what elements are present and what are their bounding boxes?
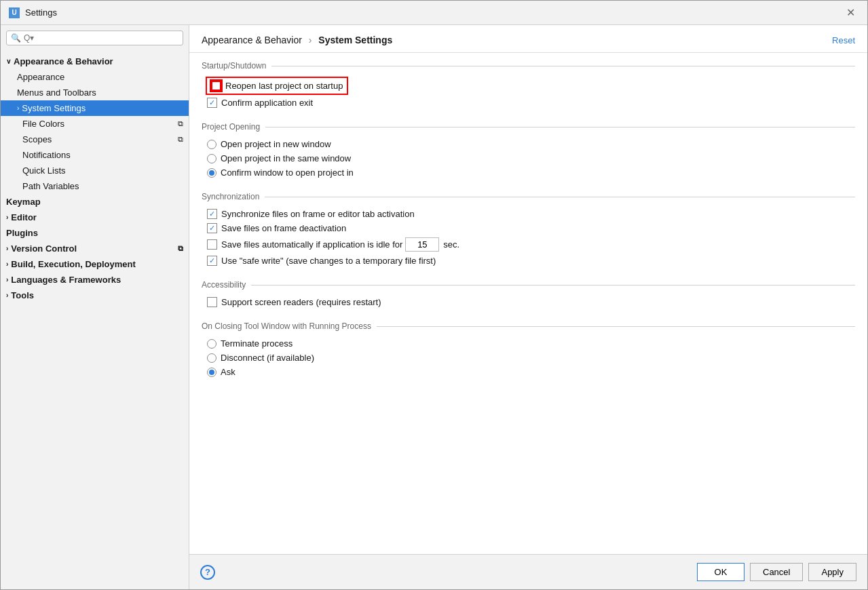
sidebar-item-path-variables[interactable]: Path Variables: [1, 178, 189, 194]
accessibility-section: Accessibility Support screen readers (re…: [202, 280, 855, 309]
option-open-same-window: Open project in the same window: [202, 151, 855, 165]
option-disconnect: Disconnect (if available): [202, 351, 855, 365]
titlebar: U Settings ✕: [1, 1, 867, 25]
startup-shutdown-section: Startup/Shutdown Reopen last project on …: [202, 61, 855, 110]
on-closing-section: On Closing Tool Window with Running Proc…: [202, 321, 855, 379]
sidebar-item-menus-toolbars[interactable]: Menus and Toolbars: [1, 85, 189, 100]
screen-readers-label[interactable]: Support screen readers (requires restart…: [207, 297, 381, 307]
option-sync-files-frame: Synchronize files on frame or editor tab…: [202, 207, 855, 221]
ask-label[interactable]: Ask: [207, 367, 235, 377]
idle-seconds-input[interactable]: [405, 237, 439, 252]
open-new-window-radio[interactable]: [207, 140, 216, 149]
option-open-new-window: Open project in new window: [202, 137, 855, 151]
accessibility-title: Accessibility: [202, 280, 855, 290]
vc-badge: ⧉: [178, 244, 183, 253]
save-files-deactivation-checkbox[interactable]: [207, 223, 217, 233]
chevron-right-icon: ›: [17, 104, 19, 112]
option-safe-write: Use "safe write" (save changes to a temp…: [202, 254, 855, 268]
option-screen-readers: Support screen readers (requires restart…: [202, 295, 855, 309]
sidebar-item-tools[interactable]: › Tools: [1, 288, 189, 303]
sidebar-item-notifications[interactable]: Notifications: [1, 147, 189, 163]
save-files-deactivation-label[interactable]: Save files on frame deactivation: [207, 223, 346, 233]
option-ask: Ask: [202, 365, 855, 379]
project-opening-title: Project Opening: [202, 122, 855, 132]
project-opening-section: Project Opening Open project in new wind…: [202, 122, 855, 180]
window-title: Settings: [25, 7, 842, 18]
sidebar-item-version-control[interactable]: › Version Control ⧉: [1, 241, 189, 256]
sync-files-label[interactable]: Synchronize files on frame or editor tab…: [207, 209, 415, 219]
nav-tree: ∨ Appearance & Behavior Appearance Menus…: [1, 51, 189, 306]
chevron-down-icon: ∨: [6, 58, 11, 65]
screen-readers-checkbox[interactable]: [207, 297, 217, 307]
sidebar-item-editor[interactable]: › Editor: [1, 210, 189, 225]
file-colors-badge: ⧉: [178, 119, 183, 128]
breadcrumb-parent: Appearance & Behavior: [202, 35, 302, 45]
reset-link[interactable]: Reset: [832, 35, 855, 45]
confirm-exit-label[interactable]: Confirm application exit: [207, 98, 313, 108]
chevron-right-icon-build: ›: [6, 260, 8, 268]
sidebar-item-languages[interactable]: › Languages & Frameworks: [1, 272, 189, 288]
apply-button[interactable]: Apply: [808, 563, 856, 581]
reopen-label[interactable]: Reopen last project on startup: [207, 78, 347, 94]
main-header: Appearance & Behavior › System Settings …: [189, 25, 867, 53]
breadcrumb-current: System Settings: [318, 35, 392, 45]
search-icon: 🔍: [11, 33, 21, 43]
open-new-window-label[interactable]: Open project in new window: [207, 139, 331, 149]
sidebar-item-appearance[interactable]: Appearance: [1, 69, 189, 85]
synchronization-title: Synchronization: [202, 192, 855, 201]
confirm-window-label[interactable]: Confirm window to open project in: [207, 168, 354, 178]
option-terminate-process: Terminate process: [202, 336, 855, 351]
sidebar-item-system-settings[interactable]: › System Settings: [1, 100, 189, 116]
breadcrumb: Appearance & Behavior › System Settings: [202, 35, 392, 45]
ok-button[interactable]: OK: [697, 563, 744, 581]
option-confirm-exit: Confirm application exit: [202, 96, 855, 110]
terminate-label[interactable]: Terminate process: [207, 338, 293, 349]
open-same-window-label[interactable]: Open project in the same window: [207, 153, 351, 163]
startup-shutdown-title: Startup/Shutdown: [202, 61, 855, 71]
sidebar-item-quick-lists[interactable]: Quick Lists: [1, 163, 189, 178]
bottom-bar: ? OK Cancel Apply: [189, 554, 867, 589]
save-files-idle-checkbox[interactable]: [207, 239, 217, 250]
disconnect-radio[interactable]: [207, 353, 216, 363]
chevron-right-icon-lang: ›: [6, 276, 8, 283]
sec-label: sec.: [443, 239, 459, 250]
safe-write-label[interactable]: Use "safe write" (save changes to a temp…: [207, 256, 436, 266]
main-content: Appearance & Behavior › System Settings …: [189, 25, 867, 589]
scopes-badge: ⧉: [178, 135, 183, 144]
reopen-checkbox[interactable]: [211, 81, 221, 91]
body: 🔍 ∨ Appearance & Behavior Appearance Men…: [1, 25, 867, 589]
search-box[interactable]: 🔍: [6, 31, 183, 45]
on-closing-title: On Closing Tool Window with Running Proc…: [202, 321, 855, 331]
sidebar-item-file-colors[interactable]: File Colors ⧉: [1, 116, 189, 132]
sidebar-item-scopes[interactable]: Scopes ⧉: [1, 132, 189, 147]
option-reopen-last-project: Reopen last project on startup: [202, 76, 855, 96]
chevron-right-icon-tools: ›: [6, 292, 8, 299]
save-files-idle-label[interactable]: Save files automatically if application …: [207, 239, 402, 250]
open-same-window-radio[interactable]: [207, 154, 216, 163]
disconnect-label[interactable]: Disconnect (if available): [207, 353, 314, 363]
sidebar: 🔍 ∨ Appearance & Behavior Appearance Men…: [1, 25, 189, 589]
option-confirm-window: Confirm window to open project in: [202, 165, 855, 180]
synchronization-section: Synchronization Synchronize files on fra…: [202, 192, 855, 268]
chevron-right-icon-vc: ›: [6, 245, 8, 252]
settings-window: U Settings ✕ 🔍 ∨ Appearance & Behavior A…: [0, 0, 868, 590]
sidebar-item-keymap[interactable]: Keymap: [1, 194, 189, 210]
help-button[interactable]: ?: [200, 565, 215, 580]
settings-content: Startup/Shutdown Reopen last project on …: [189, 53, 867, 554]
chevron-right-icon-editor: ›: [6, 214, 8, 221]
safe-write-checkbox[interactable]: [207, 256, 217, 266]
confirm-exit-checkbox[interactable]: [207, 98, 217, 108]
app-icon: U: [9, 7, 20, 18]
close-button[interactable]: ✕: [842, 5, 859, 20]
sidebar-item-build[interactable]: › Build, Execution, Deployment: [1, 256, 189, 272]
ask-radio[interactable]: [207, 368, 216, 377]
confirm-window-radio[interactable]: [207, 168, 216, 178]
sync-files-checkbox[interactable]: [207, 209, 217, 219]
sidebar-item-plugins[interactable]: Plugins: [1, 225, 189, 241]
terminate-radio[interactable]: [207, 339, 216, 349]
cancel-button[interactable]: Cancel: [750, 563, 803, 581]
breadcrumb-sep: ›: [309, 35, 312, 45]
sidebar-item-appearance-behavior[interactable]: ∨ Appearance & Behavior: [1, 54, 189, 69]
search-input[interactable]: [24, 33, 178, 43]
option-save-files-deactivation: Save files on frame deactivation: [202, 221, 855, 235]
